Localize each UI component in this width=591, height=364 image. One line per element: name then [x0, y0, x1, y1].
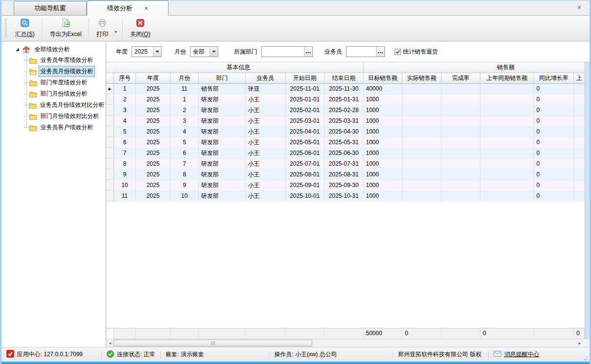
grid-cell[interactable]: 2025: [136, 191, 171, 201]
current-row-indicator[interactable]: ▶: [106, 84, 114, 94]
grid-cell[interactable]: 11: [171, 84, 199, 94]
grid-cell[interactable]: 9: [171, 180, 199, 191]
tab-performance-analysis[interactable]: 绩效分析 ×: [87, 0, 169, 16]
grid-cell[interactable]: 9: [114, 170, 136, 180]
vertical-scrollbar[interactable]: [585, 62, 590, 339]
grid-cell[interactable]: 2025-11-01: [286, 84, 324, 94]
table-row[interactable]: 220251研发部小王2025-01-012025-01-3110000: [106, 95, 585, 105]
grid-cell[interactable]: [480, 137, 534, 148]
sidebar-item[interactable]: 业务员年度绩效分析: [24, 55, 106, 66]
grid-cell[interactable]: [574, 159, 585, 169]
grid-cell[interactable]: [574, 84, 585, 94]
grid-cell[interactable]: 0: [534, 180, 574, 191]
table-row[interactable]: 420253研发部小王2025-03-012025-03-3110000: [106, 116, 585, 127]
scroll-left-arrow-icon[interactable]: ◄: [106, 340, 114, 347]
grid-cell[interactable]: 2025: [136, 148, 171, 158]
row-indicator-cell[interactable]: [106, 95, 114, 105]
grid-cell[interactable]: 研发部: [199, 180, 246, 191]
row-indicator-cell[interactable]: [106, 105, 114, 115]
grid-cell[interactable]: 0: [534, 137, 574, 148]
grid-cell[interactable]: [402, 116, 441, 126]
grid-cell[interactable]: 0: [534, 170, 574, 180]
grid-cell[interactable]: 2025-09-30: [324, 180, 363, 191]
grid-cell[interactable]: 2025-05-01: [286, 137, 324, 148]
grid-cell[interactable]: [402, 105, 441, 115]
grid-cell[interactable]: [402, 148, 441, 158]
grid-cell[interactable]: 40000: [363, 84, 402, 94]
grid-cell[interactable]: 小王: [246, 95, 286, 105]
grid-cell[interactable]: 研发部: [199, 127, 246, 137]
month-dropdown-button[interactable]: [210, 47, 218, 57]
grid-cell[interactable]: 小王: [246, 116, 286, 126]
row-indicator-cell[interactable]: [106, 127, 114, 137]
grid-cell[interactable]: 0: [534, 159, 574, 169]
grid-cell[interactable]: 1000: [363, 159, 402, 169]
grid-cell[interactable]: 1000: [363, 180, 402, 191]
table-row[interactable]: 320252研发部小王2025-02-012025-02-2810000: [106, 105, 585, 116]
table-row[interactable]: 11202510研发部小王2025-10-012025-10-3110000: [106, 191, 585, 202]
grid-cell[interactable]: [574, 148, 585, 158]
grid-cell[interactable]: 10: [114, 180, 136, 191]
table-row[interactable]: 920258研发部小王2025-08-012025-08-3110000: [106, 170, 585, 180]
sidebar-item-label[interactable]: 业务员年度绩效分析: [39, 55, 95, 65]
grid-cell[interactable]: 小王: [246, 159, 286, 169]
grid-cell[interactable]: 8: [114, 159, 136, 169]
grid-cell[interactable]: 2025-09-01: [286, 180, 324, 191]
grid-cell[interactable]: 2025-04-01: [286, 127, 324, 137]
grid-cell[interactable]: 5: [114, 127, 136, 137]
sidebar-item[interactable]: 部门年度绩效分析: [24, 77, 106, 88]
grid-cell[interactable]: 小王: [246, 127, 286, 137]
column-header[interactable]: 目标销售额: [363, 73, 402, 84]
grid-cell[interactable]: 11: [114, 191, 136, 201]
print-dropdown-arrow[interactable]: ▼: [114, 23, 121, 34]
grid-cell[interactable]: 2025-11-30: [324, 84, 363, 94]
grid-cell[interactable]: [574, 170, 585, 180]
month-select[interactable]: 全部: [190, 46, 218, 57]
horizontal-scrollbar-thumb[interactable]: [114, 340, 312, 346]
grid-cell[interactable]: 小王: [246, 170, 286, 180]
grid-cell[interactable]: 研发部: [199, 105, 246, 115]
grid-cell[interactable]: 1000: [363, 95, 402, 105]
table-row[interactable]: ▶1202511销售部张亚2025-11-012025-11-30400000: [106, 84, 585, 95]
grid-cell[interactable]: [402, 137, 441, 148]
grid-cell[interactable]: 0: [534, 191, 574, 201]
grid-cell[interactable]: 张亚: [246, 84, 286, 94]
grid-cell[interactable]: 2025: [136, 95, 171, 105]
column-header[interactable]: 完成率: [441, 73, 480, 84]
grid-cell[interactable]: 0: [534, 84, 574, 94]
table-row[interactable]: 1020259研发部小王2025-09-012025-09-3010000: [106, 180, 585, 191]
grid-cell[interactable]: 2025-07-01: [286, 159, 324, 169]
grid-cell[interactable]: 2: [171, 105, 199, 115]
grid-cell[interactable]: 6: [114, 137, 136, 148]
grid-cell[interactable]: 2025: [136, 180, 171, 191]
grid-cell[interactable]: 2025-01-31: [324, 95, 363, 105]
column-header[interactable]: 同比增长率: [534, 73, 574, 84]
row-indicator-cell[interactable]: [106, 180, 114, 191]
grid-cell[interactable]: 1000: [363, 116, 402, 126]
grid-cell[interactable]: [402, 180, 441, 191]
department-ellipsis-button[interactable]: …: [304, 47, 312, 57]
grid-cell[interactable]: 2025: [136, 116, 171, 126]
grid-cell[interactable]: [402, 159, 441, 169]
grid-cell[interactable]: 2025: [136, 159, 171, 169]
grid-cell[interactable]: [480, 116, 534, 126]
grid-cell[interactable]: 2025-07-31: [324, 159, 363, 169]
grid-cell[interactable]: [441, 148, 480, 158]
tab-function-navigation[interactable]: 功能导航窗: [14, 1, 87, 15]
year-select[interactable]: 2025: [132, 46, 162, 57]
sidebar-item-label[interactable]: 业务员月份绩效对比分析: [38, 100, 106, 110]
column-header[interactable]: 部门: [199, 73, 246, 84]
grid-cell[interactable]: 小王: [246, 137, 286, 148]
grid-cell[interactable]: 1000: [363, 170, 402, 180]
table-row[interactable]: 520254研发部小王2025-04-012025-04-3010000: [106, 127, 585, 137]
grid-cell[interactable]: 2025: [136, 170, 171, 180]
grid-cell[interactable]: 0: [534, 105, 574, 115]
grid-cell[interactable]: 研发部: [199, 191, 246, 201]
grid-cell[interactable]: [441, 137, 480, 148]
grid-cell[interactable]: [574, 105, 585, 115]
sidebar-root-label[interactable]: 全部绩效分析: [33, 44, 71, 55]
grid-cell[interactable]: [480, 180, 534, 191]
grid-cell[interactable]: 2025: [136, 84, 171, 94]
row-indicator-cell[interactable]: [106, 137, 114, 148]
row-indicator-cell[interactable]: [106, 148, 114, 158]
